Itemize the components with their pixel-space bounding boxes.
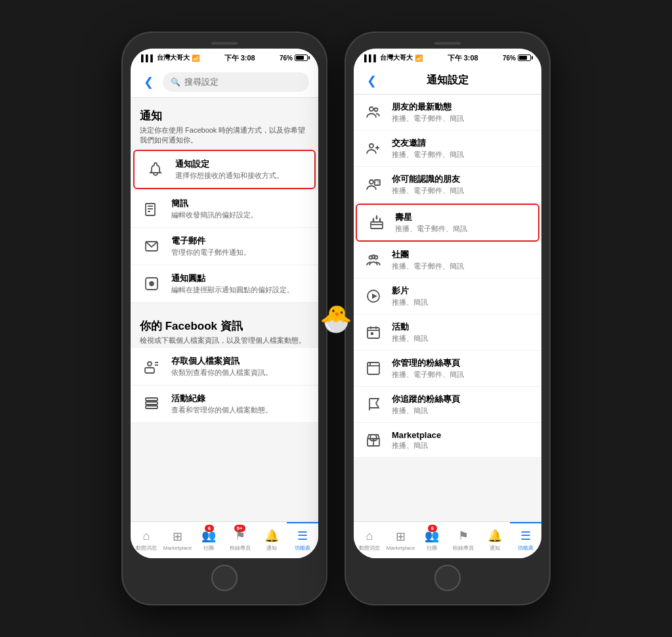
tab-home-left[interactable]: ⌂ 動態消息 xyxy=(131,522,162,558)
person-question-icon: ? xyxy=(363,174,384,195)
list-subtitle-managed-page: 推播、電子郵件、簡訊 xyxy=(392,370,532,380)
list-item-marketplace[interactable]: Marketplace 推播、簡訊 xyxy=(354,423,541,458)
tab-page-left[interactable]: ⚑ 粉絲專頁 9+ xyxy=(224,522,256,558)
list-item-managed-page[interactable]: 你管理的粉絲專頁 推播、電子郵件、簡訊 xyxy=(354,351,541,387)
list-text-friend-request: 交友邀請 推播、電子郵件、簡訊 xyxy=(392,137,532,160)
tab-menu-right[interactable]: ☰ 功能表 xyxy=(510,522,541,558)
tab-page-label-left: 粉絲專頁 xyxy=(230,544,251,552)
page-icon xyxy=(363,358,384,379)
phone-top-bar-left xyxy=(131,41,318,46)
bell-icon-tab-left: 🔔 xyxy=(264,529,279,543)
tab-marketplace-left[interactable]: ⊞ Marketplace xyxy=(162,522,194,558)
list-title-birthday: 壽星 xyxy=(395,211,529,223)
battery-fill-left xyxy=(296,56,304,60)
spacer-1 xyxy=(131,303,318,308)
tab-home-right[interactable]: ⌂ 動態消息 xyxy=(354,522,385,558)
setting-item-sms[interactable]: 簡訊 編輯收發簡訊的偏好設定。 xyxy=(131,190,318,228)
list-item-event[interactable]: 活動 推播、簡訊 xyxy=(354,315,541,351)
battery-icon-left xyxy=(295,55,308,61)
svg-point-19 xyxy=(369,144,373,148)
list-text-marketplace: Marketplace 推播、簡訊 xyxy=(392,430,532,450)
email-icon xyxy=(140,234,163,258)
tab-bell-left[interactable]: 🔔 通知 xyxy=(256,522,287,558)
svg-rect-13 xyxy=(146,406,158,408)
dot-icon xyxy=(140,272,163,296)
svg-marker-31 xyxy=(372,294,377,299)
list-title-friend-request: 交友邀請 xyxy=(392,137,532,149)
page-title-right: 通知設定 xyxy=(427,74,469,87)
badge-group-left: 6 xyxy=(205,525,214,532)
status-left: ▌▌▌ 台灣大哥大 📶 xyxy=(141,53,200,62)
tab-menu-left[interactable]: ☰ 功能表 xyxy=(287,522,318,558)
friends-icon xyxy=(363,102,384,123)
scroll-area-left: 通知 決定你在使用 Facebook 時的溝通方式，以及你希望我們如何通知你。 … xyxy=(131,98,318,521)
list-item-video[interactable]: 影片 推播、簡訊 xyxy=(354,278,541,315)
tab-group-left[interactable]: 👥 社團 6 xyxy=(193,522,224,558)
search-icon-left: 🔍 xyxy=(171,77,180,87)
back-button-right[interactable]: ❮ xyxy=(363,72,381,89)
signal-icon: ▌▌▌ xyxy=(141,55,155,62)
list-subtitle-may-know: 推播、電子郵件、簡訊 xyxy=(392,186,532,196)
list-item-followed-page[interactable]: 你追蹤的粉絲專頁 推播、簡訊 xyxy=(354,387,541,423)
history-icon xyxy=(140,392,163,416)
badge-group-right: 6 xyxy=(428,525,437,532)
section-desc-fb-info: 檢視或下載個人檔案資訊，以及管理個人檔案動態。 xyxy=(140,336,309,345)
list-title-marketplace: Marketplace xyxy=(392,430,532,440)
setting-title-notification: 通知設定 xyxy=(175,158,305,170)
battery-pct-left: 76% xyxy=(280,55,293,62)
list-item-may-know[interactable]: ? 你可能認識的朋友 推播、電子郵件、簡訊 xyxy=(354,167,541,203)
nav-header-right: ❮ 通知設定 xyxy=(354,67,541,95)
setting-subtitle-profile: 依類別查看你的個人檔案資訊。 xyxy=(171,368,309,378)
list-subtitle-video: 推播、簡訊 xyxy=(392,297,532,307)
menu-icon-right: ☰ xyxy=(520,529,531,543)
list-item-group[interactable]: 社團 推播、電子郵件、簡訊 xyxy=(354,242,541,278)
setting-item-history[interactable]: 活動紀錄 查看和管理你的個人檔案動態。 xyxy=(131,385,318,423)
list-text-group: 社團 推播、電子郵件、簡訊 xyxy=(392,249,532,271)
tab-group-right[interactable]: 👥 社團 6 xyxy=(416,522,448,558)
list-title-friends: 朋友的最新動態 xyxy=(392,101,532,113)
setting-item-profile[interactable]: 存取個人檔案資訊 依類別查看你的個人檔案資訊。 xyxy=(131,348,318,385)
speaker-right xyxy=(434,42,461,45)
list-text-event: 活動 推播、簡訊 xyxy=(392,321,532,343)
event-icon xyxy=(363,322,384,343)
nav-header-left: ❮ 🔍 搜尋設定 xyxy=(131,67,318,98)
bell-icon-setting xyxy=(144,158,167,181)
bell-icon-tab-right: 🔔 xyxy=(488,529,502,543)
tab-bell-right[interactable]: 🔔 通知 xyxy=(479,522,511,558)
phone-bottom-left xyxy=(131,558,318,596)
back-button-left[interactable]: ❮ xyxy=(140,74,158,91)
home-button-left[interactable] xyxy=(211,565,238,591)
phone-top-bar-right xyxy=(354,41,541,46)
setting-text-dot: 通知圓點 編輯在捷徑顯示通知圓點的偏好設定。 xyxy=(171,273,309,295)
badge-page-left: 9+ xyxy=(234,525,245,532)
birthday-icon xyxy=(366,212,387,233)
battery-fill-right xyxy=(519,56,527,60)
person-card-icon xyxy=(140,355,163,378)
scene: ▌▌▌ 台灣大哥大 📶 下午 3:08 76% ❮ 🔍 搜尋設定 xyxy=(0,0,672,637)
sms-icon xyxy=(140,197,163,221)
list-title-group: 社團 xyxy=(392,249,532,261)
tab-bell-label-left: 通知 xyxy=(266,544,277,552)
search-bar-left[interactable]: 🔍 搜尋設定 xyxy=(163,72,309,92)
list-item-friends[interactable]: 朋友的最新動態 推播、電子郵件、簡訊 xyxy=(354,95,541,131)
home-button-right[interactable] xyxy=(434,565,461,591)
setting-item-dot[interactable]: 通知圓點 編輯在捷徑顯示通知圓點的偏好設定。 xyxy=(131,265,318,303)
marketplace-icon xyxy=(363,429,384,450)
list-item-friend-request[interactable]: 交友邀請 推播、電子郵件、簡訊 xyxy=(354,131,541,167)
svg-rect-0 xyxy=(146,204,155,215)
carrier-left: 台灣大哥大 xyxy=(157,53,190,62)
setting-subtitle-email: 管理你的電子郵件通知。 xyxy=(171,248,309,257)
setting-item-notification-settings[interactable]: 通知設定 選擇你想接收的通知和接收方式。 xyxy=(133,150,316,189)
setting-item-email[interactable]: 電子郵件 管理你的電子郵件通知。 xyxy=(131,228,318,265)
wifi-icon-left: 📶 xyxy=(192,55,200,62)
tab-page-right[interactable]: ⚑ 粉絲專頁 xyxy=(448,522,479,558)
left-phone: ▌▌▌ 台灣大哥大 📶 下午 3:08 76% ❮ 🔍 搜尋設定 xyxy=(123,33,326,604)
tab-marketplace-right[interactable]: ⊞ Marketplace xyxy=(385,522,417,558)
tab-bell-label-right: 通知 xyxy=(490,544,500,552)
list-item-birthday[interactable]: 壽星 推播、電子郵件、簡訊 xyxy=(356,204,539,242)
tab-marketplace-label-right: Marketplace xyxy=(387,545,415,551)
list-title-managed-page: 你管理的粉絲專頁 xyxy=(392,357,532,369)
tab-home-label-right: 動態消息 xyxy=(359,544,380,552)
list-text-followed-page: 你追蹤的粉絲專頁 推播、簡訊 xyxy=(392,393,532,416)
video-icon xyxy=(363,286,384,307)
